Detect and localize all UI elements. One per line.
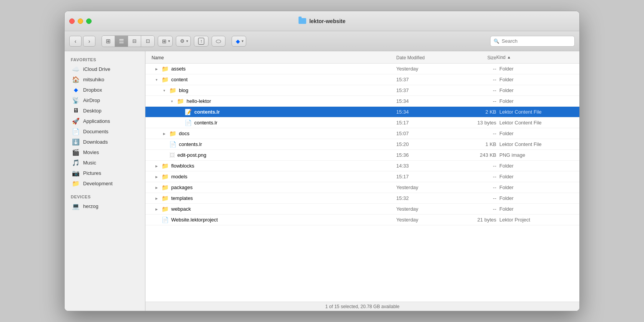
file-kind-models: Folder: [496, 174, 573, 179]
expand-docs[interactable]: [162, 131, 167, 136]
file-row-docs[interactable]: 📁 docs 15:07 -- Folder: [145, 128, 579, 139]
sidebar-label-herzog: herzog: [83, 203, 98, 209]
file-kind-website-lektorproject: Lektor Project: [496, 217, 573, 223]
file-row-contents-lr-1[interactable]: 📝 contents.lr 15:34 2 KB Lektor Content …: [145, 107, 579, 117]
view-icon-button[interactable]: ⊞: [102, 36, 115, 47]
col-header-size[interactable]: Size: [487, 55, 496, 60]
file-row-website-lektorproject[interactable]: 📄 Website.lektorproject Yesterday 21 byt…: [145, 215, 579, 225]
title-bar-center: lektor-website: [299, 18, 345, 24]
sidebar-item-downloads[interactable]: ⬇️ Downloads: [66, 137, 143, 147]
file-row-templates[interactable]: 📁 templates 15:32 -- Folder: [145, 193, 579, 204]
cover-icon: ⊡: [146, 38, 150, 44]
minimize-button[interactable]: [78, 18, 83, 24]
airdrop-icon: 📡: [72, 97, 79, 104]
file-date-edit-post: 15:36: [396, 152, 458, 158]
file-row-flowblocks[interactable]: 📁 flowblocks 14:33 -- Folder: [145, 161, 579, 171]
file-name-cell-packages: 📁 packages: [152, 184, 396, 191]
view-buttons: ⊞ ☰ ⊟ ⊡: [102, 35, 155, 47]
file-row-webpack[interactable]: 📁 webpack Yesterday -- Folder: [145, 204, 579, 215]
chevron-right-icon-models: [155, 175, 158, 179]
view-cover-button[interactable]: ⊡: [141, 36, 154, 47]
search-bar[interactable]: 🔍: [490, 36, 575, 47]
share-icon: ↑: [198, 38, 204, 45]
col-header-kind[interactable]: Kind: [496, 55, 506, 60]
sidebar-item-documents[interactable]: 📄 Documents: [66, 126, 143, 136]
file-date-packages: Yesterday: [396, 184, 458, 190]
file-kind-webpack: Folder: [496, 206, 573, 212]
file-row-models[interactable]: 📁 models 15:17 -- Folder: [145, 171, 579, 182]
tag-button[interactable]: ⬭: [212, 36, 225, 47]
file-name-contents-lr-2: contents.lr: [194, 120, 217, 126]
expand-models[interactable]: [154, 174, 159, 179]
expand-assets[interactable]: [154, 66, 159, 72]
expand-packages[interactable]: [154, 185, 159, 190]
action-button[interactable]: ⚙ ▾: [176, 36, 191, 47]
view-list-button[interactable]: ☰: [115, 36, 128, 47]
file-row-hello-lektor[interactable]: 📁 hello-lektor 15:34 -- Folder: [145, 96, 579, 107]
sidebar-item-movies[interactable]: 🎬 Movies: [66, 147, 143, 157]
file-row-content[interactable]: 📁 content 15:37 -- Folder: [145, 74, 579, 85]
file-date-webpack: Yesterday: [396, 206, 458, 212]
file-row-blog[interactable]: 📁 blog 15:37 -- Folder: [145, 85, 579, 96]
file-row-edit-post[interactable]: 🖼 edit-post.png 15:36 243 KB PNG image: [145, 150, 579, 161]
sidebar-item-desktop[interactable]: 🖥 Desktop: [66, 106, 143, 116]
sidebar-item-icloud[interactable]: ☁️ iCloud Drive: [66, 64, 143, 74]
file-list-header: Name Date Modified Size Kind ▲: [145, 51, 579, 64]
file-date-models: 15:17: [396, 174, 458, 179]
expand-templates[interactable]: [154, 196, 159, 201]
file-name-cell-flowblocks: 📁 flowblocks: [152, 163, 396, 169]
expand-content[interactable]: [154, 77, 159, 82]
group-button[interactable]: ⊞ ▾: [158, 36, 173, 47]
file-size-contents-lr-2: 13 bytes: [458, 120, 496, 126]
chevron-right-icon: [155, 67, 158, 71]
file-name-blog: blog: [179, 87, 189, 93]
col-header-date[interactable]: Date Modified: [396, 55, 425, 60]
file-size-models: --: [458, 174, 496, 179]
file-date-hello-lektor: 15:34: [396, 98, 458, 104]
dropbox-sidebar-icon: ◆: [72, 86, 79, 93]
sidebar-label-mitsuhiko: mitsuhiko: [83, 77, 104, 82]
file-kind-assets: Folder: [496, 66, 573, 72]
folder-icon-models: 📁: [162, 173, 169, 180]
folder-icon-content: 📁: [162, 76, 169, 83]
search-input[interactable]: [502, 38, 571, 44]
file-icon-contents-lr-3: 📄: [169, 141, 177, 148]
file-row-assets[interactable]: 📁 assets Yesterday -- Folder: [145, 64, 579, 74]
expand-contents-lr-3: [162, 142, 167, 147]
file-size-content: --: [458, 77, 496, 82]
development-icon: 📁: [72, 180, 79, 187]
sidebar-item-dropbox[interactable]: ◆ Dropbox: [66, 85, 143, 95]
sidebar-item-development[interactable]: 📁 Development: [66, 178, 143, 188]
back-button[interactable]: ‹: [69, 36, 82, 47]
documents-icon: 📄: [72, 128, 79, 135]
desktop-icon: 🖥: [72, 107, 79, 114]
file-row-contents-lr-2[interactable]: 📄 contents.lr 15:17 13 bytes Lektor Cont…: [145, 117, 579, 128]
folder-icon-blog: 📁: [169, 87, 177, 94]
file-name-webpack: webpack: [171, 206, 191, 212]
view-columns-button[interactable]: ⊟: [128, 36, 141, 47]
sidebar-item-music[interactable]: 🎵 Music: [66, 158, 143, 168]
columns-icon: ⊟: [132, 38, 137, 44]
sidebar-item-herzog[interactable]: 💻 herzog: [66, 201, 143, 211]
file-row-contents-lr-3[interactable]: 📄 contents.lr 15:20 1 KB Lektor Content …: [145, 139, 579, 150]
status-bar: 1 of 15 selected, 20.78 GB available: [145, 302, 579, 311]
expand-blog[interactable]: [162, 88, 167, 93]
share-button[interactable]: ↑: [194, 36, 209, 47]
file-row-packages[interactable]: 📁 packages Yesterday -- Folder: [145, 182, 579, 193]
sidebar-item-mitsuhiko[interactable]: 🏠 mitsuhiko: [66, 74, 143, 84]
folder-icon-templates: 📁: [162, 195, 169, 202]
maximize-button[interactable]: [86, 18, 92, 24]
sidebar-item-pictures[interactable]: 📷 Pictures: [66, 168, 143, 178]
dropbox-button[interactable]: ◆ ▾: [232, 36, 246, 47]
sidebar-item-applications[interactable]: 🚀 Applications: [66, 116, 143, 126]
file-name-cell-webpack: 📁 webpack: [152, 206, 396, 213]
expand-flowblocks[interactable]: [154, 163, 159, 169]
expand-hello-lektor[interactable]: [169, 99, 175, 104]
forward-button[interactable]: ›: [83, 36, 95, 47]
expand-contents-lr-1: [177, 109, 182, 115]
sidebar-item-airdrop[interactable]: 📡 AirDrop: [66, 95, 143, 105]
title-bar: lektor-website: [65, 11, 579, 31]
col-header-name[interactable]: Name: [152, 55, 164, 60]
close-button[interactable]: [69, 18, 75, 24]
expand-webpack[interactable]: [154, 206, 159, 212]
